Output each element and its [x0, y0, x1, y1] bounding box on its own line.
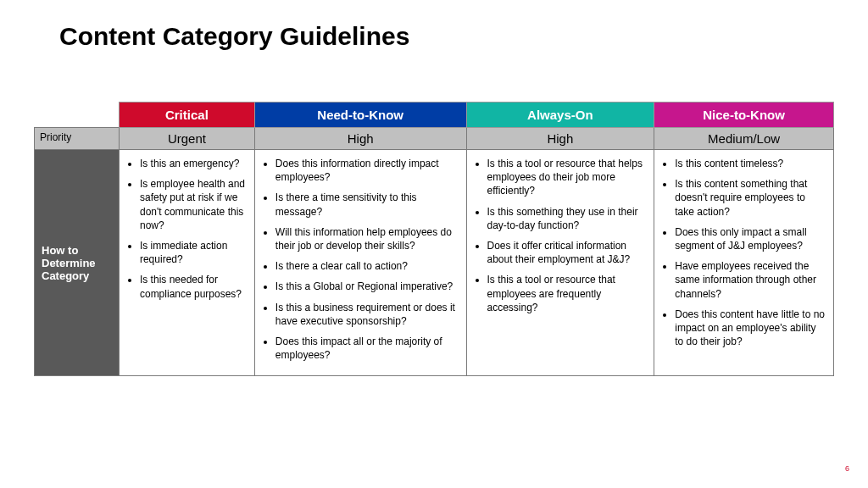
priority-always-on: High [466, 128, 654, 150]
determine-label: How to Determine Category [35, 150, 120, 376]
header-critical: Critical [119, 103, 254, 128]
questions-critical: Is this an emergency?Is employee health … [119, 150, 254, 376]
priority-label: Priority [35, 128, 120, 150]
list-item: Is there a time sensitivity to this mess… [275, 191, 458, 218]
list-item: Is this a Global or Regional imperative? [275, 280, 458, 293]
list-item: Is this a tool or resource that employee… [487, 273, 646, 314]
page-number: 6 [845, 464, 849, 473]
header-need-to-know: Need-to-Know [254, 103, 466, 128]
questions-nice-to-know: Is this content timeless?Is this content… [654, 150, 834, 376]
questions-row: How to Determine Category Is this an eme… [35, 150, 834, 376]
header-row: Critical Need-to-Know Always-On Nice-to-… [35, 103, 834, 128]
questions-need-to-know: Does this information directly impact em… [254, 150, 466, 376]
list-item: Will this information help employees do … [275, 225, 458, 252]
category-table: Critical Need-to-Know Always-On Nice-to-… [34, 102, 834, 376]
list-item: Is this needed for compliance purposes? [140, 273, 246, 300]
priority-critical: Urgent [119, 128, 254, 150]
blank-corner [35, 103, 120, 128]
list-item: Does this information directly impact em… [275, 157, 458, 184]
priority-row: Priority Urgent High High Medium/Low [35, 128, 834, 150]
list-item: Is this a tool or resource that helps em… [487, 157, 646, 198]
page-title: Content Category Guidelines [59, 22, 409, 51]
header-nice-to-know: Nice-to-Know [654, 103, 834, 128]
list-item: Have employees received the same informa… [675, 259, 825, 301]
list-item: Is there a clear call to action? [275, 259, 458, 273]
list-item: Does it offer critical information about… [487, 239, 646, 266]
priority-nice-to-know: Medium/Low [654, 128, 834, 150]
list-item: Is immediate action required? [140, 239, 246, 266]
list-item: Does this content have little to no impa… [675, 308, 825, 349]
questions-always-on: Is this a tool or resource that helps em… [466, 150, 654, 376]
guidelines-table: Critical Need-to-Know Always-On Nice-to-… [34, 102, 834, 376]
list-item: Is this content timeless? [675, 157, 825, 170]
priority-need-to-know: High [254, 128, 466, 150]
list-item: Is this something they use in their day-… [487, 205, 646, 232]
list-item: Does this only impact a small segment of… [675, 225, 825, 252]
list-item: Is employee health and safety put at ris… [140, 177, 246, 232]
list-item: Is this a business requirement or does i… [275, 301, 458, 328]
list-item: Is this content something that doesn't r… [675, 177, 825, 219]
list-item: Is this an emergency? [140, 157, 246, 170]
header-always-on: Always-On [466, 103, 654, 128]
list-item: Does this impact all or the majority of … [275, 335, 458, 362]
